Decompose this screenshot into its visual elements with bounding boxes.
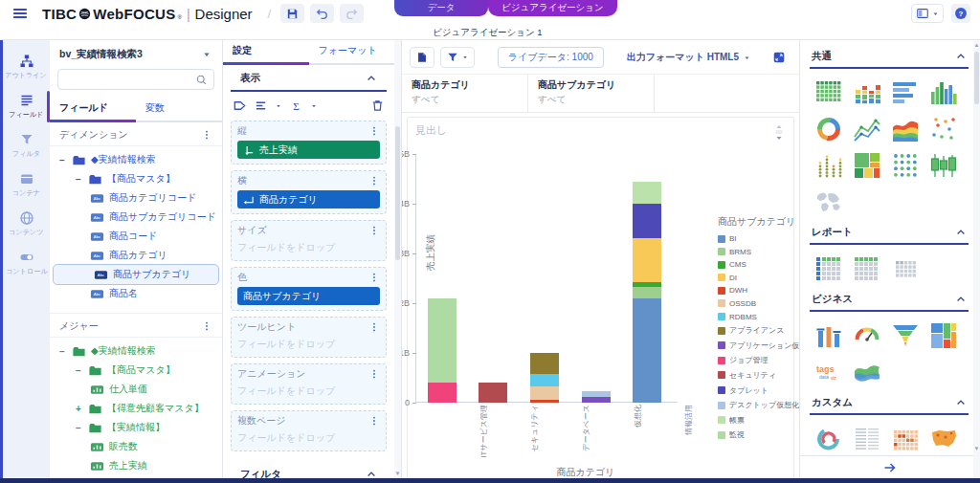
settings-tab-1[interactable]: フォーマット [309,40,395,65]
chart-type-horizontal-bar-icon[interactable] [886,75,924,111]
stacked-bar[interactable] [428,298,457,403]
bar-segment[interactable] [633,204,661,238]
chevron-up-icon[interactable] [955,397,967,408]
chart-type-column-chart-icon[interactable] [924,75,963,111]
chart-type-streamgraph-icon[interactable] [848,354,886,390]
drop-zone-色[interactable]: 色商品サブカテゴリ [231,267,387,311]
chart-type-line-chart-icon[interactable] [848,111,886,147]
save-button[interactable] [280,4,304,23]
stacked-bar[interactable] [530,353,559,403]
document-tab[interactable]: ビジュアライゼーション 1 [433,27,543,37]
bar-segment[interactable] [633,182,661,204]
field-pill[interactable]: 商品カテゴリ [237,190,380,209]
undo-button[interactable] [310,4,334,23]
tree-item[interactable]: −【商品マスタ】 [50,361,222,380]
chart-type-funnel-chart-icon[interactable] [886,318,924,354]
tree-expander[interactable]: − [74,174,83,185]
label-tool-icon[interactable] [233,99,247,113]
legend-item[interactable]: 監視 [718,429,799,440]
chart-type-donut-icon[interactable] [810,111,848,147]
tree-item[interactable]: +【得意先顧客マスタ】 [50,399,222,418]
kebab-menu-icon[interactable] [368,272,380,283]
settings-scrollbar[interactable]: ▼ [394,40,401,478]
kebab-menu-icon[interactable] [368,321,380,333]
caret-down-icon[interactable] [275,102,282,110]
chevron-up-icon[interactable] [366,469,377,478]
tree-item[interactable]: Abc商品サブカテゴリコード [50,208,222,227]
chart-type-scatter-icon[interactable] [924,111,963,147]
tree-item[interactable]: Abc商品カテゴリコード [50,188,222,208]
chart-type-matrix-icon[interactable] [886,147,924,184]
chart-type-pivot-table-icon[interactable] [886,251,924,287]
chart-type-mekko-icon[interactable] [924,318,963,354]
rail-item-controls[interactable]: コントロール [3,244,50,283]
drop-zone-横[interactable]: 横商品カテゴリ [231,170,387,214]
tree-item[interactable]: 仕入単価 [50,380,222,399]
chart-type-report-table-icon[interactable] [810,251,848,287]
bar-segment[interactable] [633,298,661,403]
field-search-input[interactable] [57,69,214,90]
bar-segment[interactable] [530,353,559,374]
chevron-up-icon[interactable] [955,51,967,62]
drop-zone-複数ページ[interactable]: 複数ページフィールドをドロップ [231,410,387,451]
bar-segment[interactable] [633,287,661,297]
rail-item-fields[interactable]: フィールド [3,87,50,126]
rail-item-container[interactable]: コンテナ [3,165,50,205]
kebab-menu-icon[interactable] [201,129,212,141]
bar-segment[interactable] [530,374,559,385]
filter-menu-button[interactable] [440,47,475,68]
kebab-menu-icon[interactable] [201,320,212,332]
mode-tab-1[interactable]: ビジュアライゼーション [488,0,617,16]
rail-item-outline[interactable]: アウトライン [3,48,50,87]
chart-type-dot-plot-icon[interactable] [810,147,848,184]
stacked-bar[interactable] [582,391,611,403]
legend-item[interactable]: BRMS [718,248,799,256]
chevron-up-icon[interactable] [955,227,967,238]
legend-item[interactable]: タブレット [718,385,799,396]
bar-segment[interactable] [428,383,457,403]
filter-prompt[interactable]: 商品サブカテゴリすべて [528,75,655,112]
tree-expander[interactable]: − [74,423,83,433]
kebab-menu-icon[interactable] [368,125,380,137]
chart-type-tag-cloud-icon[interactable]: tagsdataviz [810,354,848,390]
kebab-menu-icon[interactable] [368,415,380,427]
tree-expander[interactable]: + [74,404,83,414]
output-format-dropdown[interactable]: 出力フォーマット HTML5 [627,51,751,64]
tree-item[interactable]: −【実績情報】 [50,418,222,437]
tree-item[interactable]: 売上実績 [50,456,222,475]
chart-type-world-map-icon[interactable] [810,184,848,220]
bar-segment[interactable] [479,383,507,403]
data-source-selector[interactable]: bv_実績情報検索3 [50,40,222,67]
fields-tab-1[interactable]: 変数 [136,98,222,122]
tree-item[interactable]: −◆実績情報検索 [50,341,222,361]
bar-segment[interactable] [530,386,559,401]
legend-item[interactable]: アプライアンス [718,325,799,336]
caret-down-icon[interactable] [310,102,318,110]
tree-item[interactable]: −◆実績情報検索 [50,150,222,169]
tree-item[interactable]: 販売数 [50,437,222,456]
tree-item[interactable]: Abc商品コード [50,227,222,246]
redo-button[interactable] [340,4,364,23]
tree-expander[interactable]: − [57,346,67,357]
legend-item[interactable]: アプリケーション仮想化 [718,340,799,351]
chart-type-data-grid-icon[interactable] [810,75,848,111]
tree-item[interactable]: −【商品マスタ】 [50,169,222,188]
mode-tab-0[interactable]: データ [394,0,488,16]
legend-item[interactable]: セキュリティ [718,370,799,381]
chart-type-text-table-icon[interactable] [848,421,886,455]
tree-expander[interactable]: − [57,155,67,165]
legend-item[interactable]: DI [718,274,799,282]
kebab-menu-icon[interactable] [368,368,380,380]
chart-type-gauge-icon[interactable] [848,318,886,354]
help-button[interactable]: ? [951,4,970,23]
field-pill[interactable]: 商品サブカテゴリ [237,287,380,305]
chart-scroll-spinner[interactable] [772,123,786,143]
chart-type-bullet-chart-icon[interactable] [810,318,848,354]
fields-tab-0[interactable]: フィールド [50,98,136,122]
live-data-chip[interactable]: ライブデータ: 1000 [498,47,604,68]
chart-type-calendar-heatmap-icon[interactable] [886,421,924,455]
drop-zone-アニメーション[interactable]: アニメーションフィールドをドロップ [231,363,387,405]
arrow-right-icon[interactable] [882,460,898,475]
stacked-bar[interactable] [633,182,661,403]
chart-type-area-chart-icon[interactable] [886,111,924,147]
